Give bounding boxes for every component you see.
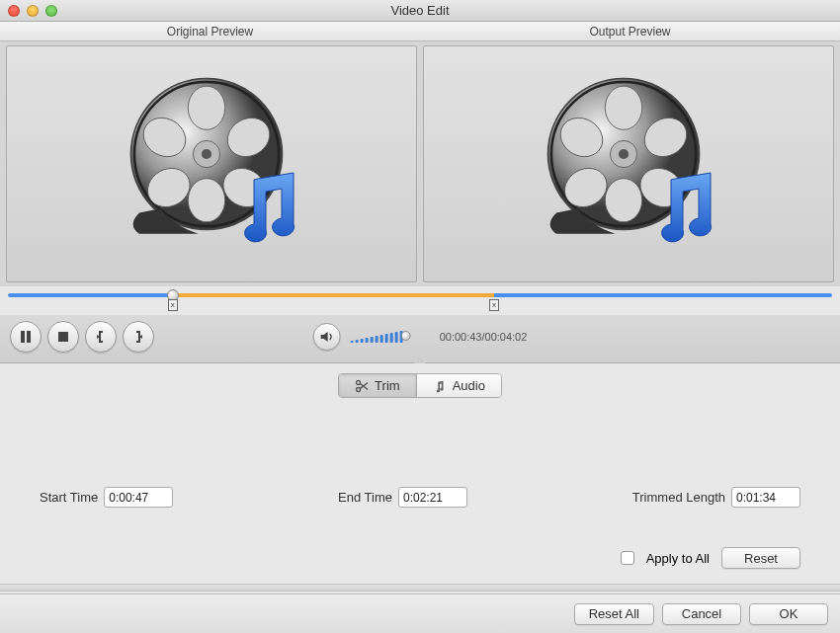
- film-reel-icon: [530, 65, 727, 263]
- svg-rect-22: [58, 332, 68, 342]
- bracket-left-icon: [94, 330, 108, 344]
- dialog-footer: Reset All Cancel OK: [0, 593, 840, 633]
- stop-button[interactable]: [47, 321, 79, 353]
- apply-to-all-checkbox[interactable]: [621, 551, 634, 565]
- trimmed-length-label: Trimmed Length: [632, 490, 725, 505]
- scissors-icon: [355, 379, 369, 393]
- playback-controls: 00:00:43/00:04:02: [0, 315, 840, 363]
- svg-rect-21: [27, 331, 31, 343]
- stop-icon: [56, 330, 70, 344]
- ok-button[interactable]: OK: [749, 603, 828, 625]
- apply-to-all-label: Apply to All: [646, 551, 710, 566]
- pause-button[interactable]: [10, 321, 42, 353]
- mark-in-button[interactable]: [85, 321, 117, 353]
- tab-trim[interactable]: Trim: [339, 374, 416, 397]
- svg-point-12: [605, 86, 641, 129]
- tab-pointer-icon: [414, 357, 426, 363]
- volume-button[interactable]: [313, 323, 341, 351]
- reset-button[interactable]: Reset: [721, 547, 800, 569]
- start-time-input[interactable]: [104, 487, 173, 508]
- trim-start-handle[interactable]: x: [168, 299, 178, 311]
- tab-trim-label: Trim: [375, 378, 400, 393]
- end-time-label: End Time: [338, 490, 392, 505]
- trim-timeline[interactable]: x x: [8, 289, 832, 313]
- mark-out-button[interactable]: [123, 321, 154, 353]
- svg-point-19: [619, 149, 629, 159]
- titlebar: Video Edit: [0, 0, 840, 22]
- playback-timecode: 00:00:43/00:04:02: [440, 331, 528, 343]
- edit-tabs: Trim Audio: [0, 363, 840, 398]
- original-preview: [6, 45, 417, 282]
- music-note-icon: [653, 169, 722, 248]
- panel-separator: [0, 584, 840, 592]
- tab-audio[interactable]: Audio: [416, 374, 501, 397]
- reset-all-button[interactable]: Reset All: [574, 603, 654, 625]
- bracket-right-icon: [131, 330, 145, 344]
- music-note-icon: [236, 169, 305, 248]
- start-time-label: Start Time: [40, 490, 98, 505]
- tab-audio-label: Audio: [453, 378, 485, 393]
- svg-point-2: [188, 86, 224, 129]
- preview-area: [0, 41, 840, 286]
- zoom-window-button[interactable]: [45, 5, 57, 17]
- svg-rect-20: [21, 331, 25, 343]
- cancel-button[interactable]: Cancel: [662, 603, 741, 625]
- svg-point-9: [202, 149, 211, 159]
- svg-point-15: [605, 179, 641, 222]
- original-preview-label: Original Preview: [0, 22, 420, 40]
- music-note-small-icon: [433, 379, 447, 393]
- speaker-icon: [320, 330, 334, 344]
- window-title: Video Edit: [0, 3, 840, 18]
- volume-knob[interactable]: [401, 331, 411, 341]
- minimize-window-button[interactable]: [27, 5, 39, 17]
- timeline-selection: [173, 293, 494, 297]
- volume-slider[interactable]: [351, 331, 430, 343]
- output-preview: [423, 45, 834, 282]
- trimmed-length-input[interactable]: [731, 487, 800, 508]
- trim-panel: Start Time End Time Trimmed Length Apply…: [0, 398, 840, 598]
- svg-point-5: [188, 179, 224, 222]
- end-time-input[interactable]: [398, 487, 467, 508]
- trim-end-handle[interactable]: x: [489, 299, 499, 311]
- pause-icon: [19, 330, 33, 344]
- close-window-button[interactable]: [8, 5, 20, 17]
- film-reel-icon: [113, 65, 310, 263]
- output-preview-label: Output Preview: [420, 22, 840, 40]
- preview-header: Original Preview Output Preview: [0, 22, 840, 41]
